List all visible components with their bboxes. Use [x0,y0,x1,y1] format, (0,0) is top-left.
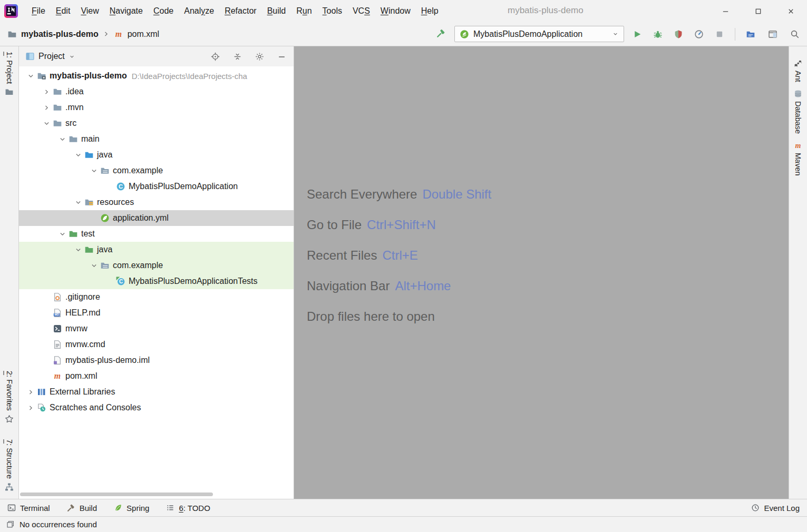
stripe-button-1-project[interactable]: 1: Project [5,52,14,96]
event-log-button[interactable]: Event Log [751,504,800,513]
project-structure-button[interactable] [746,29,755,39]
tree-item-src[interactable]: src [19,115,294,131]
database-icon [794,90,802,98]
tree-item-scratches-and-consoles[interactable]: Scratches and Consoles [19,400,294,416]
tree-item-application-yml[interactable]: application.yml [19,210,294,226]
menu-navigate[interactable]: Navigate [104,4,148,18]
class-icon: C [116,182,125,191]
titlebar: FileEditViewNavigateCodeAnalyzeRefactorB… [0,0,807,22]
search-everywhere-button[interactable] [790,29,800,39]
locate-file-button[interactable] [211,52,220,61]
collapse-all-button[interactable] [233,52,242,61]
structure-icon [746,29,755,39]
tree-item-label: .idea [65,87,84,96]
chevron-down-icon[interactable] [72,199,84,206]
tree-item-mybatis-plus-demo-iml[interactable]: mybatis-plus-demo.iml [19,352,294,368]
panel-settings-button[interactable] [255,52,264,61]
tree-item-resources[interactable]: resources [19,194,294,210]
stripe-button-ant[interactable]: Ant [794,59,802,82]
menu-edit[interactable]: Edit [51,4,76,18]
chevron-down-icon[interactable] [87,262,100,270]
project-panel-title[interactable]: Project [38,52,65,61]
chevron-down-icon[interactable] [69,53,75,60]
folder-project-icon [37,71,46,81]
menu-build[interactable]: Build [262,4,291,18]
chevron-right-icon[interactable] [24,404,37,412]
tree-item-mybatisplusdemoapplication[interactable]: CMybatisPlusDemoApplication [19,179,294,194]
hide-panel-button[interactable] [277,52,286,61]
menu-analyze[interactable]: Analyze [179,4,219,18]
chevron-down-icon[interactable] [72,151,84,159]
chevron-down-icon[interactable] [72,246,84,254]
minimize-icon [722,7,730,15]
tree-item-mybatisplusdemoapplicationtests[interactable]: CMybatisPlusDemoApplicationTests [19,273,294,289]
chevron-down-icon[interactable] [40,120,53,127]
horizontal-scrollbar[interactable] [20,492,213,496]
tree-item-idea[interactable]: .idea [19,84,294,100]
tree-item-mybatis-plus-demo[interactable]: mybatis-plus-demoD:\IdeaProjects\IdeaPro… [19,68,294,84]
breadcrumb-file[interactable]: pom.xml [128,29,159,39]
tree-item-test[interactable]: test [19,226,294,242]
menu-help[interactable]: Help [416,4,444,18]
tree-item-gitignore[interactable]: .gitignore [19,289,294,305]
tool-tab-terminal[interactable]: Terminal [7,504,50,513]
stripe-button-database[interactable]: Database [794,90,802,134]
stripe-button-maven[interactable]: mMaven [794,141,802,176]
project-folder-icon [7,29,17,39]
chevron-down-icon[interactable] [56,230,69,238]
profiler-button[interactable] [694,29,704,39]
debug-button[interactable] [653,29,663,39]
menu-code[interactable]: Code [148,4,179,18]
chevron-spacer [40,325,53,333]
restore-layout-button[interactable] [768,29,777,39]
tree-item-label: MybatisPlusDemoApplicationTests [129,277,258,286]
menu-vcs[interactable]: VCS [347,4,375,18]
svg-text:m: m [54,371,61,380]
tool-tab-spring[interactable]: Spring [114,504,149,513]
tool-tab-6-todo[interactable]: 6: TODO [166,504,210,513]
tree-item-mvnw[interactable]: mvnw [19,321,294,337]
stripe-button-7-structure[interactable]: 7: Structure [5,439,14,491]
menu-run[interactable]: Run [291,4,317,18]
menu-file[interactable]: File [26,4,51,18]
chevron-spacer [103,183,116,191]
chevron-right-icon[interactable] [24,388,37,396]
tree-item-label: com.example [113,166,163,175]
menu-view[interactable]: View [75,4,104,18]
run-configuration-select[interactable]: MybatisPlusDemoApplication [454,26,624,42]
chevron-spacer [40,372,53,380]
maximize-button[interactable] [742,0,774,22]
mnemonic: u [303,6,307,15]
hint-action-label: Recent Files [307,248,377,263]
chevron-right-icon[interactable] [40,88,53,96]
tree-item-mvnw-cmd[interactable]: mvnw.cmd [19,337,294,352]
run-with-coverage-button[interactable] [674,29,683,39]
run-button[interactable] [633,29,642,39]
build-project-button[interactable] [436,28,446,38]
tool-tab-build[interactable]: Build [67,504,97,513]
tool-tab-label: Build [80,504,97,513]
close-button[interactable] [774,0,807,22]
tree-item-help-md[interactable]: MDHELP.md [19,305,294,321]
chevron-down-icon[interactable] [87,167,100,175]
tree-item-com-example[interactable]: com.example [19,258,294,273]
stop-button[interactable] [715,29,724,39]
tree-item-java[interactable]: java [19,242,294,258]
menu-window[interactable]: Window [375,4,416,18]
menu-refactor[interactable]: Refactor [219,4,261,18]
tree-item-mvn[interactable]: .mvn [19,100,294,115]
chevron-right-icon[interactable] [40,104,53,112]
breadcrumb-project[interactable]: mybatis-plus-demo [21,29,99,39]
tree-item-pom-xml[interactable]: mpom.xml [19,368,294,384]
file-sh-icon [53,324,62,333]
menu-tools[interactable]: Tools [317,4,347,18]
chevron-down-icon[interactable] [24,72,37,80]
tree-item-main[interactable]: main [19,131,294,147]
right-tool-stripe: AntDatabasemMaven [789,46,807,499]
tree-item-com-example[interactable]: com.example [19,163,294,179]
stripe-button-2-favorites[interactable]: 2: Favorites [5,371,14,423]
chevron-down-icon[interactable] [56,135,69,143]
minimize-button[interactable] [709,0,742,22]
tree-item-java[interactable]: java [19,147,294,163]
tree-item-external-libraries[interactable]: External Libraries [19,384,294,400]
